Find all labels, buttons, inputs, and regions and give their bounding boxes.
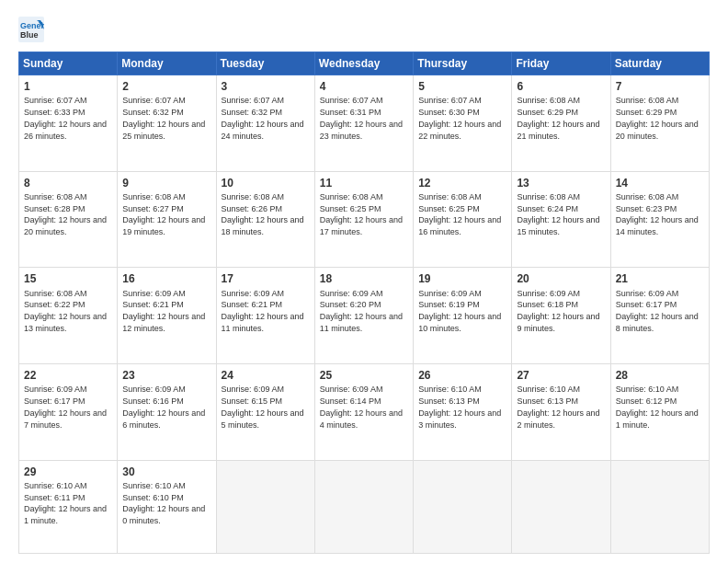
day-number: 7 [616, 79, 704, 94]
day-number: 6 [517, 79, 605, 94]
day-info: Sunrise: 6:10 AMSunset: 6:13 PMDaylight:… [517, 385, 599, 429]
calendar-cell: 23Sunrise: 6:09 AMSunset: 6:16 PMDayligh… [118, 363, 216, 460]
weekday-header-thursday: Thursday [414, 52, 512, 75]
calendar-cell: 14Sunrise: 6:08 AMSunset: 6:23 PMDayligh… [610, 171, 709, 268]
calendar-week-1: 1Sunrise: 6:07 AMSunset: 6:33 PMDaylight… [19, 75, 710, 172]
day-info: Sunrise: 6:08 AMSunset: 6:23 PMDaylight:… [616, 192, 699, 236]
weekday-header-tuesday: Tuesday [216, 52, 314, 75]
calendar-cell: 10Sunrise: 6:08 AMSunset: 6:26 PMDayligh… [216, 171, 314, 268]
day-number: 17 [222, 271, 310, 286]
day-number: 29 [24, 465, 112, 479]
calendar-cell: 11Sunrise: 6:08 AMSunset: 6:25 PMDayligh… [314, 171, 413, 268]
calendar-cell: 20Sunrise: 6:09 AMSunset: 6:18 PMDayligh… [512, 268, 610, 364]
day-info: Sunrise: 6:08 AMSunset: 6:26 PMDaylight:… [222, 192, 304, 236]
calendar-cell: 12Sunrise: 6:08 AMSunset: 6:25 PMDayligh… [414, 171, 512, 268]
day-number: 18 [320, 271, 408, 286]
calendar-cell: 17Sunrise: 6:09 AMSunset: 6:21 PMDayligh… [216, 268, 314, 364]
calendar-table: SundayMondayTuesdayWednesdayThursdayFrid… [18, 52, 710, 554]
calendar-cell [216, 460, 314, 553]
day-info: Sunrise: 6:10 AMSunset: 6:11 PMDaylight:… [24, 481, 107, 525]
calendar-cell: 9Sunrise: 6:08 AMSunset: 6:27 PMDaylight… [118, 171, 216, 268]
calendar-cell: 3Sunrise: 6:07 AMSunset: 6:32 PMDaylight… [216, 75, 314, 172]
calendar-cell: 28Sunrise: 6:10 AMSunset: 6:12 PMDayligh… [610, 363, 709, 460]
day-number: 9 [122, 176, 210, 190]
day-info: Sunrise: 6:07 AMSunset: 6:30 PMDaylight:… [418, 96, 501, 140]
weekday-header-saturday: Saturday [610, 52, 709, 75]
page: General Blue SundayMondayTuesdayWednesda… [0, 0, 728, 563]
day-info: Sunrise: 6:08 AMSunset: 6:29 PMDaylight:… [517, 96, 599, 140]
calendar-cell: 22Sunrise: 6:09 AMSunset: 6:17 PMDayligh… [19, 363, 118, 460]
calendar-cell: 26Sunrise: 6:10 AMSunset: 6:13 PMDayligh… [414, 363, 512, 460]
calendar-cell [314, 460, 413, 553]
calendar-cell: 18Sunrise: 6:09 AMSunset: 6:20 PMDayligh… [314, 268, 413, 364]
day-info: Sunrise: 6:09 AMSunset: 6:19 PMDaylight:… [418, 289, 501, 333]
weekday-header-wednesday: Wednesday [314, 52, 413, 75]
day-info: Sunrise: 6:09 AMSunset: 6:21 PMDaylight:… [122, 289, 205, 333]
day-info: Sunrise: 6:07 AMSunset: 6:31 PMDaylight:… [320, 96, 403, 140]
day-number: 30 [122, 465, 210, 479]
day-info: Sunrise: 6:09 AMSunset: 6:20 PMDaylight:… [320, 289, 403, 333]
day-info: Sunrise: 6:08 AMSunset: 6:27 PMDaylight:… [122, 192, 205, 236]
day-info: Sunrise: 6:08 AMSunset: 6:28 PMDaylight:… [24, 192, 107, 236]
calendar-cell: 15Sunrise: 6:08 AMSunset: 6:22 PMDayligh… [19, 268, 118, 364]
day-info: Sunrise: 6:08 AMSunset: 6:25 PMDaylight:… [320, 192, 403, 236]
day-info: Sunrise: 6:09 AMSunset: 6:16 PMDaylight:… [122, 385, 205, 429]
day-info: Sunrise: 6:08 AMSunset: 6:22 PMDaylight:… [24, 289, 107, 333]
calendar-cell [512, 460, 610, 553]
day-number: 26 [418, 368, 506, 383]
calendar-cell: 27Sunrise: 6:10 AMSunset: 6:13 PMDayligh… [512, 363, 610, 460]
day-info: Sunrise: 6:09 AMSunset: 6:21 PMDaylight:… [222, 289, 304, 333]
calendar-cell: 21Sunrise: 6:09 AMSunset: 6:17 PMDayligh… [610, 268, 709, 364]
day-info: Sunrise: 6:10 AMSunset: 6:12 PMDaylight:… [616, 385, 699, 429]
logo: General Blue [18, 17, 47, 42]
day-number: 20 [517, 271, 605, 286]
day-number: 25 [320, 368, 408, 383]
calendar-cell: 13Sunrise: 6:08 AMSunset: 6:24 PMDayligh… [512, 171, 610, 268]
day-info: Sunrise: 6:09 AMSunset: 6:15 PMDaylight:… [222, 385, 304, 429]
day-number: 4 [320, 79, 408, 94]
day-info: Sunrise: 6:10 AMSunset: 6:10 PMDaylight:… [122, 481, 205, 525]
day-info: Sunrise: 6:09 AMSunset: 6:17 PMDaylight:… [616, 289, 699, 333]
day-number: 16 [122, 271, 210, 286]
svg-text:Blue: Blue [20, 30, 39, 40]
header: General Blue [18, 17, 710, 42]
day-number: 21 [616, 271, 704, 286]
day-number: 19 [418, 271, 506, 286]
day-info: Sunrise: 6:08 AMSunset: 6:24 PMDaylight:… [517, 192, 599, 236]
day-number: 1 [24, 79, 112, 94]
day-number: 5 [418, 79, 506, 94]
calendar-cell: 29Sunrise: 6:10 AMSunset: 6:11 PMDayligh… [19, 460, 118, 553]
day-info: Sunrise: 6:09 AMSunset: 6:14 PMDaylight:… [320, 385, 403, 429]
calendar-cell: 25Sunrise: 6:09 AMSunset: 6:14 PMDayligh… [314, 363, 413, 460]
day-number: 11 [320, 176, 408, 190]
calendar-cell: 16Sunrise: 6:09 AMSunset: 6:21 PMDayligh… [118, 268, 216, 364]
day-number: 12 [418, 176, 506, 190]
day-number: 15 [24, 271, 112, 286]
day-info: Sunrise: 6:07 AMSunset: 6:32 PMDaylight:… [122, 96, 205, 140]
calendar-cell: 4Sunrise: 6:07 AMSunset: 6:31 PMDaylight… [314, 75, 413, 172]
calendar-cell: 5Sunrise: 6:07 AMSunset: 6:30 PMDaylight… [414, 75, 512, 172]
calendar-cell: 19Sunrise: 6:09 AMSunset: 6:19 PMDayligh… [414, 268, 512, 364]
calendar-week-4: 22Sunrise: 6:09 AMSunset: 6:17 PMDayligh… [19, 363, 710, 460]
weekday-header-row: SundayMondayTuesdayWednesdayThursdayFrid… [19, 52, 710, 75]
weekday-header-monday: Monday [118, 52, 216, 75]
calendar-cell: 8Sunrise: 6:08 AMSunset: 6:28 PMDaylight… [19, 171, 118, 268]
calendar-cell: 30Sunrise: 6:10 AMSunset: 6:10 PMDayligh… [118, 460, 216, 553]
calendar-week-2: 8Sunrise: 6:08 AMSunset: 6:28 PMDaylight… [19, 171, 710, 268]
day-number: 22 [24, 368, 112, 383]
day-number: 13 [517, 176, 605, 190]
day-info: Sunrise: 6:09 AMSunset: 6:17 PMDaylight:… [24, 385, 107, 429]
day-number: 23 [122, 368, 210, 383]
day-info: Sunrise: 6:08 AMSunset: 6:29 PMDaylight:… [616, 96, 699, 140]
weekday-header-friday: Friday [512, 52, 610, 75]
calendar-week-5: 29Sunrise: 6:10 AMSunset: 6:11 PMDayligh… [19, 460, 710, 553]
day-info: Sunrise: 6:10 AMSunset: 6:13 PMDaylight:… [418, 385, 501, 429]
calendar-cell: 2Sunrise: 6:07 AMSunset: 6:32 PMDaylight… [118, 75, 216, 172]
day-info: Sunrise: 6:08 AMSunset: 6:25 PMDaylight:… [418, 192, 501, 236]
calendar-cell: 24Sunrise: 6:09 AMSunset: 6:15 PMDayligh… [216, 363, 314, 460]
calendar-cell [414, 460, 512, 553]
day-number: 3 [222, 79, 310, 94]
calendar-cell [610, 460, 709, 553]
day-info: Sunrise: 6:07 AMSunset: 6:32 PMDaylight:… [222, 96, 304, 140]
weekday-header-sunday: Sunday [19, 52, 118, 75]
